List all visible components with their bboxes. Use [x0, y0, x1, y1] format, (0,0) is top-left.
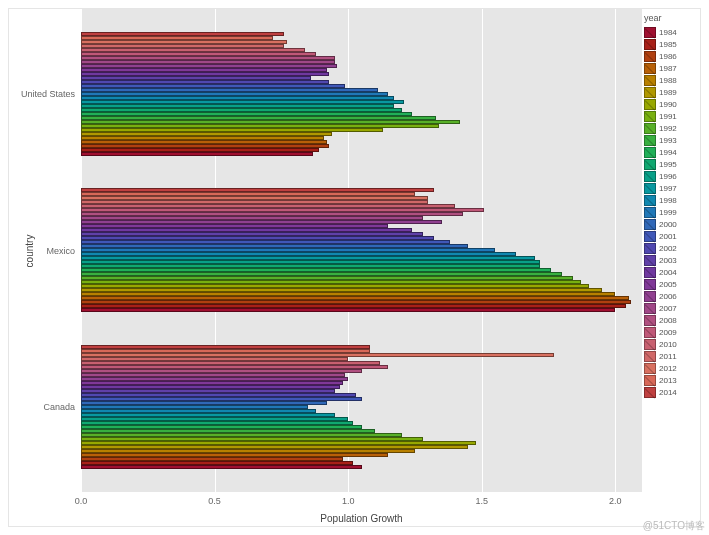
legend-swatch [644, 219, 656, 230]
y-tick-label: Canada [43, 402, 75, 412]
legend-swatch [644, 183, 656, 194]
x-tick-label: 2.0 [609, 496, 622, 506]
legend-swatch [644, 267, 656, 278]
legend: year 19841985198619871988198919901991199… [642, 9, 700, 526]
legend-title: year [644, 13, 698, 23]
x-axis: 0.00.51.01.52.0 Population Growth [81, 492, 642, 526]
legend-item: 2002 [644, 243, 698, 254]
legend-item: 1986 [644, 51, 698, 62]
legend-item: 2011 [644, 351, 698, 362]
legend-label: 1991 [659, 112, 677, 121]
legend-item: 1987 [644, 63, 698, 74]
legend-label: 2011 [659, 352, 677, 361]
legend-label: 2013 [659, 376, 677, 385]
legend-swatch [644, 87, 656, 98]
legend-swatch [644, 195, 656, 206]
legend-label: 1992 [659, 124, 677, 133]
legend-item: 2007 [644, 303, 698, 314]
legend-item: 2005 [644, 279, 698, 290]
legend-item: 2000 [644, 219, 698, 230]
legend-label: 2001 [659, 232, 677, 241]
legend-swatch [644, 243, 656, 254]
legend-label: 1986 [659, 52, 677, 61]
legend-swatch [644, 207, 656, 218]
y-tick-label: United States [21, 89, 75, 99]
legend-label: 1985 [659, 40, 677, 49]
legend-label: 1995 [659, 160, 677, 169]
legend-swatch [644, 111, 656, 122]
chart-panel [81, 9, 642, 492]
legend-swatch [644, 255, 656, 266]
legend-item: 2013 [644, 375, 698, 386]
x-tick-label: 1.5 [475, 496, 488, 506]
legend-swatch [644, 63, 656, 74]
legend-swatch [644, 75, 656, 86]
legend-label: 1987 [659, 64, 677, 73]
legend-item: 2001 [644, 231, 698, 242]
plot-area: country United StatesMexicoCanada 0.00.5… [9, 9, 642, 526]
legend-label: 1994 [659, 148, 677, 157]
legend-label: 2005 [659, 280, 677, 289]
legend-item: 1989 [644, 87, 698, 98]
legend-label: 1993 [659, 136, 677, 145]
legend-label: 1984 [659, 28, 677, 37]
bar [81, 152, 313, 156]
legend-item: 2008 [644, 315, 698, 326]
legend-label: 2008 [659, 316, 677, 325]
legend-item: 2014 [644, 387, 698, 398]
x-tick-label: 0.0 [75, 496, 88, 506]
legend-item: 1998 [644, 195, 698, 206]
legend-item: 1999 [644, 207, 698, 218]
legend-label: 1990 [659, 100, 677, 109]
legend-label: 1989 [659, 88, 677, 97]
legend-item: 1996 [644, 171, 698, 182]
legend-item: 1990 [644, 99, 698, 110]
legend-swatch [644, 327, 656, 338]
plot-body: country United StatesMexicoCanada [9, 9, 642, 492]
legend-item: 1997 [644, 183, 698, 194]
legend-item: 1988 [644, 75, 698, 86]
bar [81, 308, 615, 312]
bar [81, 465, 362, 469]
legend-swatch [644, 147, 656, 158]
legend-label: 2003 [659, 256, 677, 265]
legend-item: 1995 [644, 159, 698, 170]
legend-swatch [644, 51, 656, 62]
legend-label: 2012 [659, 364, 677, 373]
legend-label: 2004 [659, 268, 677, 277]
y-tick-label: Mexico [46, 246, 75, 256]
legend-label: 2007 [659, 304, 677, 313]
legend-swatch [644, 375, 656, 386]
legend-label: 1998 [659, 196, 677, 205]
legend-swatch [644, 171, 656, 182]
legend-item: 2006 [644, 291, 698, 302]
x-axis-label: Population Growth [320, 513, 402, 524]
legend-item: 1994 [644, 147, 698, 158]
legend-item: 2012 [644, 363, 698, 374]
legend-swatch [644, 303, 656, 314]
chart-container: country United StatesMexicoCanada 0.00.5… [8, 8, 701, 527]
legend-item: 2010 [644, 339, 698, 350]
legend-label: 2006 [659, 292, 677, 301]
legend-swatch [644, 339, 656, 350]
y-axis-label: country [24, 234, 35, 267]
y-axis: country United StatesMexicoCanada [9, 9, 81, 492]
legend-swatch [644, 123, 656, 134]
legend-swatch [644, 279, 656, 290]
legend-item: 1993 [644, 135, 698, 146]
legend-item: 2009 [644, 327, 698, 338]
legend-item: 1984 [644, 27, 698, 38]
legend-label: 1988 [659, 76, 677, 85]
legend-label: 1999 [659, 208, 677, 217]
legend-label: 2000 [659, 220, 677, 229]
legend-swatch [644, 387, 656, 398]
x-tick-label: 0.5 [208, 496, 221, 506]
legend-swatch [644, 315, 656, 326]
legend-swatch [644, 351, 656, 362]
legend-label: 2002 [659, 244, 677, 253]
legend-item: 1985 [644, 39, 698, 50]
legend-swatch [644, 27, 656, 38]
bar-group [81, 180, 642, 322]
legend-label: 2009 [659, 328, 677, 337]
bar-group [81, 23, 642, 165]
